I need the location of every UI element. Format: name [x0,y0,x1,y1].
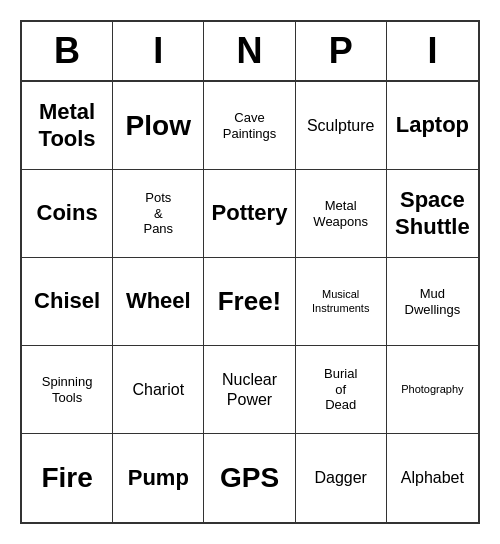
cell-text-7: Pottery [212,200,288,226]
cell-text-8: Metal Weapons [313,198,368,229]
cell-text-22: GPS [220,461,279,495]
grid-cell-13: Musical Instruments [296,258,387,346]
grid-cell-19: Photography [387,346,478,434]
cell-text-6: Pots & Pans [143,190,173,237]
grid-cell-5: Coins [22,170,113,258]
bingo-header: BINPI [22,22,478,82]
grid-cell-18: Burial of Dead [296,346,387,434]
header-col-B-0: B [22,22,113,80]
cell-text-14: Mud Dwellings [405,286,461,317]
header-col-N-2: N [204,22,295,80]
grid-cell-20: Fire [22,434,113,522]
cell-text-10: Chisel [34,288,100,314]
cell-text-15: Spinning Tools [42,374,93,405]
grid-cell-3: Sculpture [296,82,387,170]
grid-cell-4: Laptop [387,82,478,170]
header-col-I-1: I [113,22,204,80]
grid-cell-17: Nuclear Power [204,346,295,434]
header-col-P-3: P [296,22,387,80]
cell-text-5: Coins [37,200,98,226]
grid-cell-14: Mud Dwellings [387,258,478,346]
cell-text-18: Burial of Dead [324,366,357,413]
cell-text-3: Sculpture [307,116,375,135]
grid-cell-6: Pots & Pans [113,170,204,258]
cell-text-21: Pump [128,465,189,491]
grid-cell-16: Chariot [113,346,204,434]
grid-cell-9: Space Shuttle [387,170,478,258]
grid-cell-21: Pump [113,434,204,522]
grid-cell-23: Dagger [296,434,387,522]
grid-cell-15: Spinning Tools [22,346,113,434]
grid-cell-22: GPS [204,434,295,522]
cell-text-12: Free! [218,286,282,317]
cell-text-0: Metal Tools [39,99,96,152]
cell-text-13: Musical Instruments [312,288,369,314]
grid-cell-2: Cave Paintings [204,82,295,170]
cell-text-4: Laptop [396,112,469,138]
cell-text-19: Photography [401,383,463,396]
cell-text-23: Dagger [314,468,366,487]
cell-text-20: Fire [41,461,92,495]
grid-cell-24: Alphabet [387,434,478,522]
grid-cell-10: Chisel [22,258,113,346]
grid-cell-1: Plow [113,82,204,170]
grid-cell-8: Metal Weapons [296,170,387,258]
cell-text-11: Wheel [126,288,191,314]
grid-cell-11: Wheel [113,258,204,346]
cell-text-9: Space Shuttle [395,187,470,240]
bingo-card: BINPI Metal ToolsPlowCave PaintingsSculp… [20,20,480,524]
cell-text-1: Plow [126,109,191,143]
grid-cell-0: Metal Tools [22,82,113,170]
cell-text-16: Chariot [133,380,185,399]
header-col-I-4: I [387,22,478,80]
grid-cell-7: Pottery [204,170,295,258]
grid-cell-12: Free! [204,258,295,346]
bingo-grid: Metal ToolsPlowCave PaintingsSculptureLa… [22,82,478,522]
cell-text-17: Nuclear Power [222,370,277,408]
cell-text-2: Cave Paintings [223,110,276,141]
cell-text-24: Alphabet [401,468,464,487]
